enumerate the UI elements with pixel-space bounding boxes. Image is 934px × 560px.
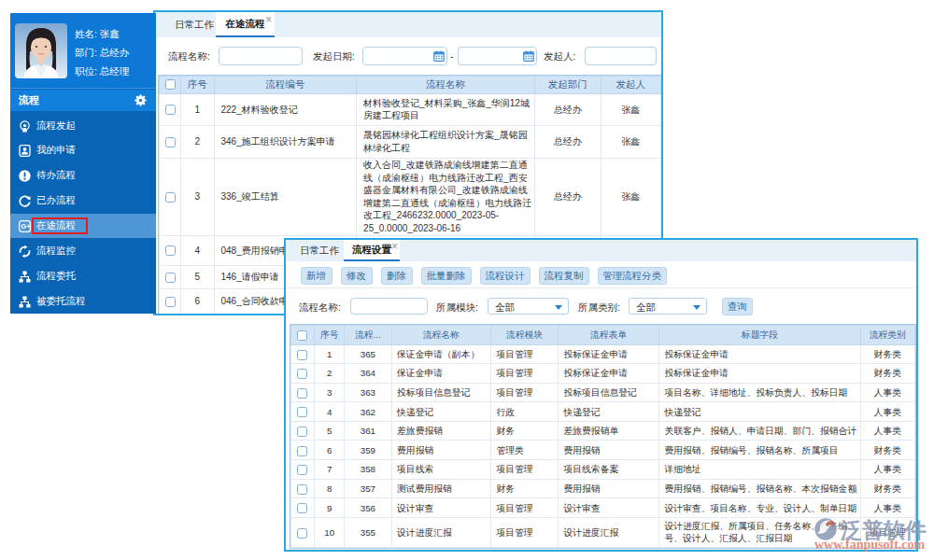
svg-text:G+: G+ [21,222,31,231]
